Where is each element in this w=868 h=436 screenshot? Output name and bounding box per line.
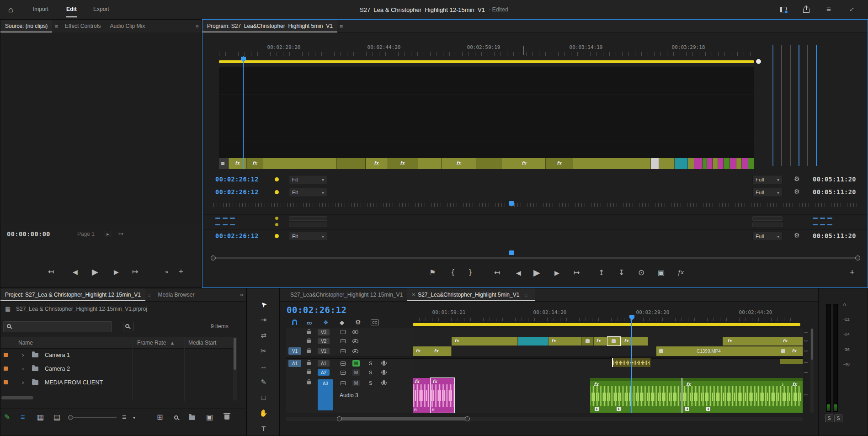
fullscreen-icon[interactable]: ↕ — [848, 5, 856, 13]
sync-lock-icon[interactable] — [341, 330, 346, 334]
video-clip[interactable]: fx — [452, 337, 518, 346]
video-clip-selected[interactable] — [607, 337, 620, 346]
play-button[interactable]: ▶ — [92, 268, 98, 276]
filmstrip-clip[interactable] — [651, 158, 659, 169]
filmstrip-clip[interactable] — [748, 158, 754, 169]
filmstrip-clip[interactable] — [742, 158, 748, 169]
resolution-dot[interactable] — [275, 177, 279, 181]
track-header-v2[interactable]: V2 — [286, 336, 413, 346]
zoom-select[interactable]: Fit▾ — [289, 175, 327, 184]
playback-resolution-select[interactable]: Full▾ — [752, 175, 783, 184]
pen-tool[interactable]: ✎ — [247, 378, 280, 386]
tab-source[interactable]: Source: (no clips) — [0, 20, 52, 32]
track-target-a2[interactable]: A2 — [318, 369, 330, 376]
step-back-button[interactable]: ◀ — [516, 270, 521, 276]
extract-button[interactable]: ↧ — [618, 269, 624, 276]
playback-resolution-select[interactable]: Full▾ — [752, 188, 783, 197]
search-input[interactable] — [15, 322, 108, 331]
track-target-v1[interactable]: V1 — [318, 348, 330, 354]
lift-button[interactable]: ↥ — [598, 269, 604, 276]
mute-button[interactable]: M — [352, 360, 360, 367]
search-bin-button[interactable] — [123, 322, 134, 331]
new-item-button[interactable]: ▣ — [206, 414, 213, 421]
filmstrip-clip[interactable] — [694, 158, 703, 169]
go-to-in-button[interactable]: ↤ — [48, 268, 54, 276]
lock-icon[interactable] — [307, 331, 311, 334]
snap-icon[interactable] — [292, 319, 297, 325]
hand-tool[interactable]: ✋ — [247, 409, 280, 417]
track-header-a3[interactable]: A3 M S Audio 3 — [286, 378, 413, 413]
filmstrip-clip[interactable] — [675, 158, 688, 169]
page-next-icon[interactable]: ▸ — [105, 231, 111, 237]
sync-lock-icon[interactable] — [341, 349, 346, 353]
sync-lock-icon[interactable] — [341, 339, 346, 343]
timeline-hscrollbar-thumb[interactable] — [339, 417, 468, 420]
go-to-end-icon[interactable]: ↦ — [118, 231, 123, 237]
video-clip[interactable] — [582, 337, 594, 346]
video-clip[interactable]: fx — [620, 337, 648, 346]
workspaces-icon[interactable] — [780, 7, 787, 12]
add-marker-icon[interactable]: ◆ — [340, 319, 344, 325]
hscrollbar-left-handle[interactable] — [337, 416, 342, 421]
audio-clip[interactable] — [780, 359, 803, 364]
add-button-icon[interactable]: + — [179, 267, 183, 275]
column-name[interactable]: Name — [18, 340, 33, 346]
resolution-dot[interactable] — [275, 190, 279, 194]
type-tool[interactable]: T — [247, 425, 280, 432]
track-target-a3[interactable]: A3 — [318, 379, 333, 410]
slip-tool[interactable]: ↔ — [247, 362, 280, 370]
zoom-select[interactable]: Fit▾ — [289, 188, 327, 197]
topbar-tab-export[interactable]: Export — [93, 6, 109, 12]
play-button[interactable]: ▶ — [533, 268, 540, 277]
track-output-eye-icon[interactable] — [352, 339, 358, 343]
rectangle-tool[interactable]: □ — [247, 393, 280, 401]
work-area-end-handle[interactable] — [756, 59, 761, 64]
filmstrip-clip[interactable] — [337, 158, 366, 169]
mute-button[interactable]: M — [352, 369, 360, 376]
track-target-a1[interactable]: A1 — [318, 360, 330, 367]
filmstrip-clip[interactable]: fx — [388, 158, 418, 169]
filmstrip-clip[interactable]: fx — [366, 158, 388, 169]
audio-clip-green[interactable]: fx ♪ fx — [682, 378, 803, 413]
topbar-tab-edit[interactable]: Edit — [66, 6, 77, 17]
track-target-v2[interactable]: V2 — [318, 338, 330, 344]
lock-icon[interactable] — [307, 350, 311, 353]
filmstrip-clip[interactable]: fx — [501, 158, 546, 169]
voiceover-record-icon[interactable] — [383, 380, 385, 384]
global-fx-mute-button[interactable]: ƒx — [677, 269, 684, 275]
disclosure-chevron-icon[interactable]: › — [22, 351, 24, 358]
program-video-area[interactable] — [219, 67, 754, 158]
panel-menu-icon[interactable]: ≡ — [145, 292, 154, 298]
filmstrip-clip[interactable] — [703, 158, 707, 169]
seekbar-left-handle[interactable] — [211, 255, 216, 261]
timeline-timecode[interactable]: 00:02:26:12 — [287, 305, 346, 315]
zoom-slider-handle[interactable] — [68, 415, 73, 420]
track-target-v3[interactable]: V3 — [318, 329, 330, 335]
work-area-bar[interactable] — [219, 60, 754, 63]
audio-clip-pink-selected[interactable]: fx R — [431, 378, 454, 413]
go-to-out-button[interactable]: ↦ — [574, 269, 580, 276]
filmstrip-clip[interactable]: fx — [229, 158, 247, 169]
program-ruler[interactable]: 00:02:29:20 00:02:44:20 00:02:59:19 00:0… — [219, 43, 754, 56]
go-to-in-button[interactable]: ↤ — [494, 269, 500, 276]
bin-row[interactable]: › Camera 1 — [1, 348, 233, 362]
mini-timeline-ticks[interactable] — [213, 203, 858, 207]
disclosure-chevron-icon[interactable]: › — [22, 365, 24, 372]
program-filmstrip[interactable]: ▦ fx fx fx fx fx fx fx — [219, 158, 754, 169]
new-bin-button[interactable] — [189, 415, 195, 420]
tab-media-browser[interactable]: Media Browser — [153, 288, 199, 301]
filmstrip-clip[interactable] — [707, 158, 713, 169]
home-icon[interactable]: ⌂ — [8, 5, 13, 14]
seekbar-track[interactable] — [213, 257, 858, 259]
playhead-timecode[interactable]: 00:02:26:12 — [215, 188, 259, 196]
nest-icon[interactable]: ❖ — [323, 319, 329, 325]
filmstrip-clip[interactable] — [418, 158, 442, 169]
video-clip-c1399[interactable]: C1399.MP4 fx — [656, 346, 803, 356]
filmstrip-clip[interactable]: ▦ — [219, 158, 229, 169]
filmstrip-clip[interactable] — [573, 158, 651, 169]
selection-tool[interactable]: ➤ — [249, 290, 278, 319]
filmstrip-clip[interactable] — [713, 158, 718, 169]
resolution-dot[interactable] — [275, 234, 279, 238]
close-tab-icon[interactable]: × — [412, 292, 415, 298]
filmstrip-clip[interactable]: fx — [546, 158, 573, 169]
